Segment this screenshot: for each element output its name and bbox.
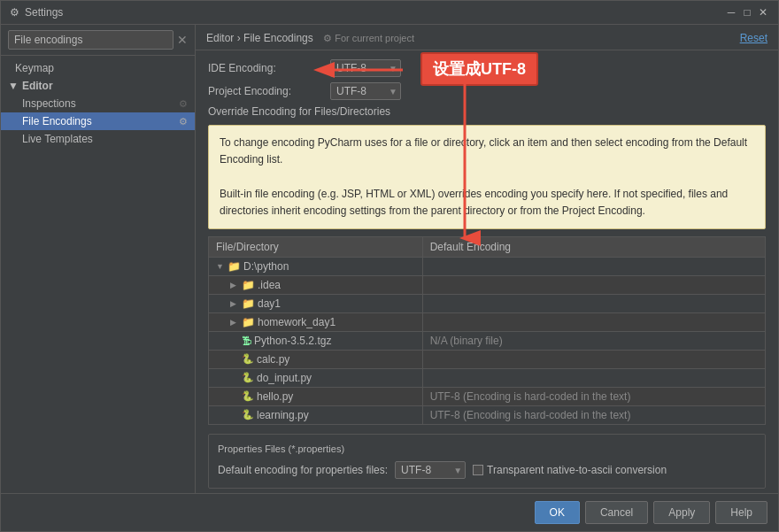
file-name: do_input.py (257, 372, 312, 384)
reset-link[interactable]: Reset (740, 32, 767, 44)
prop-label: Default encoding for properties files: (218, 464, 388, 476)
settings-window: ⚙ Settings ─ □ ✕ ✕ Keymap ▼ Editor (0, 0, 779, 532)
table-row[interactable]: 🐍 learning.py UTF-8 (Encoding is hard-co… (209, 405, 766, 424)
tree-row-content: ▶ 📁 .idea (216, 279, 415, 291)
cancel-button[interactable]: Cancel (585, 501, 648, 524)
table-row[interactable]: 🐍 do_input.py (209, 368, 766, 387)
ide-encoding-row: IDE Encoding: UTF-8 ▼ (208, 59, 766, 77)
search-clear-icon[interactable]: ✕ (177, 33, 188, 47)
table-row[interactable]: ▼ 📁 D:\python (209, 257, 766, 275)
apply-button[interactable]: Apply (653, 501, 710, 524)
encoding-value (422, 350, 765, 368)
table-row[interactable]: ▶ 📁 homework_day1 (209, 312, 766, 331)
tree-row-content: 🐍 do_input.py (216, 372, 415, 384)
breadcrumb: Editor › File Encodings ⚙ For current pr… (206, 32, 414, 44)
file-name: D:\python (243, 260, 289, 273)
sidebar-item-editor[interactable]: ▼ Editor (1, 77, 195, 95)
folder-icon: 📁 (242, 297, 255, 310)
project-encoding-dropdown-wrapper: UTF-8 ▼ (330, 82, 401, 100)
py-icon: 🐍 (242, 390, 254, 402)
help-button[interactable]: Help (715, 501, 767, 524)
window-title: Settings (25, 6, 63, 19)
sidebar-item-label: Keymap (15, 62, 54, 74)
content-area: Editor › File Encodings ⚙ For current pr… (196, 25, 778, 493)
col-default-encoding: Default Encoding (422, 236, 765, 257)
tgz-icon: 🗜 (242, 335, 251, 346)
chevron-icon: ▶ (230, 299, 239, 308)
chevron-spacer (230, 392, 239, 401)
close-button[interactable]: ✕ (757, 6, 769, 19)
file-name: Python-3.5.2.tgz (254, 335, 331, 347)
title-bar-right: ─ □ ✕ (725, 6, 769, 19)
sidebar-item-label: Live Templates (22, 133, 93, 145)
main-layout: ✕ Keymap ▼ Editor Inspections ⚙ File Enc… (1, 25, 778, 493)
tree-row-content: ▼ 📁 D:\python (216, 260, 415, 273)
py-icon: 🐍 (242, 353, 254, 365)
maximize-button[interactable]: □ (741, 6, 753, 19)
breadcrumb-separator: › (237, 32, 243, 44)
ide-encoding-dropdown[interactable]: UTF-8 (330, 59, 401, 77)
folder-icon: 📁 (242, 279, 255, 291)
sidebar-item-keymap[interactable]: Keymap (1, 59, 195, 77)
tree-row-content: ▶ 📁 day1 (216, 297, 415, 310)
project-encoding-row: Project Encoding: UTF-8 ▼ (208, 82, 766, 100)
file-name: calc.py (257, 353, 289, 366)
settings-icon: ⚙ (179, 116, 188, 127)
transparent-checkbox-wrapper[interactable]: Transparent native-to-ascii conversion (473, 464, 667, 476)
file-name: day1 (258, 297, 281, 310)
breadcrumb-editor: Editor (206, 32, 234, 44)
table-row[interactable]: 🐍 hello.py UTF-8 (Encoding is hard-coded… (209, 387, 766, 405)
chevron-icon: ▶ (230, 318, 239, 327)
search-box: ✕ (1, 25, 195, 56)
sidebar-item-label: Inspections (22, 97, 76, 110)
project-encoding-dropdown[interactable]: UTF-8 (330, 82, 401, 100)
sidebar-item-label: Editor (22, 80, 53, 92)
encoding-value: N/A (binary file) (422, 331, 765, 350)
tree-row-content: ▶ 📁 homework_day1 (216, 316, 415, 328)
gear-icon: ⚙ (10, 6, 19, 19)
sidebar-item-label: File Encodings (22, 115, 92, 127)
ok-button[interactable]: OK (535, 501, 580, 524)
override-label: Override Encoding for Files/Directories (208, 105, 766, 118)
properties-title: Properties Files (*.properties) (218, 443, 756, 454)
encoding-section: IDE Encoding: UTF-8 ▼ Project Encoding: (208, 59, 766, 100)
table-row[interactable]: 🗜 Python-3.5.2.tgz N/A (binary file) (209, 331, 766, 350)
transparent-checkbox[interactable] (473, 465, 483, 475)
file-name: hello.py (257, 390, 293, 403)
tree-row-content: 🐍 calc.py (216, 353, 415, 366)
encoding-value (422, 275, 765, 294)
sidebar-item-file-encodings[interactable]: File Encodings ⚙ (1, 112, 195, 130)
file-name: learning.py (257, 409, 309, 421)
tree-row-content: 🗜 Python-3.5.2.tgz (216, 335, 415, 347)
search-input[interactable] (8, 30, 174, 50)
title-bar-left: ⚙ Settings (10, 6, 63, 19)
info-text-1: To change encoding PyCharm uses for a fi… (220, 135, 754, 168)
properties-section: Properties Files (*.properties) Default … (208, 434, 766, 489)
py-icon: 🐍 (242, 409, 254, 420)
sidebar-item-inspections[interactable]: Inspections ⚙ (1, 95, 195, 112)
prop-encoding-dropdown[interactable]: UTF-8 (395, 461, 466, 479)
info-box: To change encoding PyCharm uses for a fi… (208, 125, 766, 229)
chevron-spacer (230, 411, 239, 420)
table-row[interactable]: ▶ 📁 .idea (209, 275, 766, 294)
ide-encoding-dropdown-wrapper: UTF-8 ▼ (330, 59, 401, 77)
transparent-label: Transparent native-to-ascii conversion (487, 464, 667, 476)
ide-encoding-label: IDE Encoding: (208, 62, 323, 74)
content-header: Editor › File Encodings ⚙ For current pr… (196, 25, 778, 50)
file-name: homework_day1 (258, 316, 336, 328)
sidebar-tree: Keymap ▼ Editor Inspections ⚙ File Encod… (1, 56, 195, 493)
folder-icon: 📁 (228, 260, 241, 273)
encoding-value (422, 257, 765, 275)
sidebar-item-live-templates[interactable]: Live Templates (1, 130, 195, 148)
breadcrumb-current: File Encodings (243, 32, 313, 44)
col-file-directory: File/Directory (209, 236, 423, 257)
encoding-value (422, 368, 765, 387)
minimize-button[interactable]: ─ (725, 6, 737, 19)
table-row[interactable]: 🐍 calc.py (209, 350, 766, 368)
chevron-down-icon: ▼ (8, 80, 19, 92)
file-name: .idea (258, 279, 281, 291)
table-row[interactable]: ▶ 📁 day1 (209, 294, 766, 312)
chevron-spacer (230, 336, 239, 345)
folder-icon: 📁 (242, 316, 255, 328)
encoding-value (422, 312, 765, 331)
